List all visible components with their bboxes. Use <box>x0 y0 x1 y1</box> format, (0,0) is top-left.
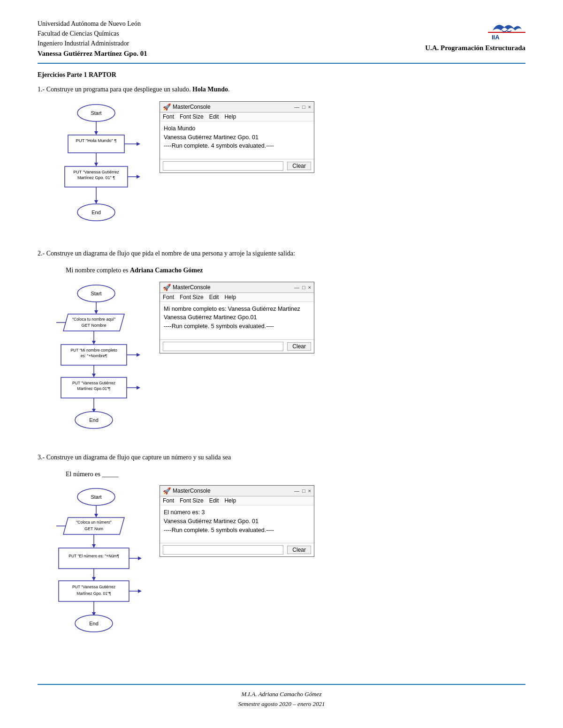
minimize-btn-2[interactable]: — <box>294 285 299 290</box>
minimize-btn[interactable]: — <box>294 104 299 110</box>
console-3-clear-button[interactable]: Clear <box>287 546 311 554</box>
flowchart-2-svg: Start "Coloca tu nombre aquí" GET Nombre <box>47 282 145 436</box>
header-left: Universidad Autónoma de Nuevo León Facul… <box>38 19 147 59</box>
exercise-3-text: 3.- Construye un diagrama de flujo que c… <box>38 452 525 463</box>
exercise-2-diagram: Start "Coloca tu nombre aquí" GET Nombre <box>47 282 525 438</box>
svg-text:GET Num: GET Num <box>84 526 103 531</box>
close-btn-3[interactable]: × <box>308 488 311 494</box>
menu-fontsize[interactable]: Font Size <box>180 113 204 120</box>
header-line3: Ingeniero Industrial Administrador <box>38 38 147 48</box>
logo: IIA <box>488 19 525 42</box>
console-3-menubar: Font Font Size Edit Help <box>160 496 314 505</box>
maximize-btn[interactable]: □ <box>302 104 305 110</box>
svg-marker-32 <box>92 341 96 345</box>
svg-text:End: End <box>91 210 101 215</box>
close-btn[interactable]: × <box>308 104 311 110</box>
menu-font-3[interactable]: Font <box>163 497 174 504</box>
exercise-1-diagram: Start PUT "Hola Mundo" ¶ PUT "Vanessa <box>47 101 525 234</box>
console-3-input[interactable] <box>163 545 283 555</box>
console-3-footer: Clear <box>160 543 314 556</box>
exercise-2-sub: Mi nombre completo es Adriana Camacho Gó… <box>66 265 525 276</box>
flowchart-1: Start PUT "Hola Mundo" ¶ PUT "Vanessa <box>47 101 145 234</box>
exercise-1: 1.- Construye un programa para que despl… <box>38 84 525 234</box>
menu-edit[interactable]: Edit <box>209 113 219 120</box>
header-line1: Universidad Autónoma de Nuevo León <box>38 19 147 29</box>
svg-text:Martínez Gpo.01"¶: Martínez Gpo.01"¶ <box>77 386 111 391</box>
flowchart-3: Start "Coloca un número" GET Num PUT " <box>47 485 145 642</box>
header-right-title: U.A. Programación Estructurada <box>425 44 525 52</box>
menu-help-2[interactable]: Help <box>224 294 236 300</box>
svg-text:PUT "Vanessa Gutiérrez: PUT "Vanessa Gutiérrez <box>72 381 115 385</box>
console-3-line2: Vanessa Gutiérrez Martinez Gpo. 01 <box>164 517 310 526</box>
console-2-body: Mi nombre completo es: Vanessa Gutiérrez… <box>160 302 314 339</box>
svg-rect-2 <box>488 32 525 33</box>
console-2-line1: Mi nombre completo es: Vanessa Gutiérrez… <box>164 305 310 314</box>
exercise-3-prefix: 3.- Construye un diagrama de flujo que c… <box>38 454 231 461</box>
exercise-1-text: 1.- Construye un programa para que despl… <box>38 84 525 95</box>
svg-marker-39 <box>92 374 96 377</box>
console-2-menubar: Font Font Size Edit Help <box>160 293 314 302</box>
console-1-footer: Clear <box>160 159 314 173</box>
menu-fontsize-2[interactable]: Font Size <box>180 294 204 300</box>
console-1-line2: Vanessa Gutiérrez Martinez Gpo. 01 <box>164 133 310 142</box>
svg-text:End: End <box>89 621 99 626</box>
console-2-input[interactable] <box>163 342 283 351</box>
maximize-btn-2[interactable]: □ <box>302 285 305 290</box>
console-3-body: El número es: 3 Vanessa Gutiérrez Martin… <box>160 505 314 543</box>
svg-marker-12 <box>94 163 98 166</box>
raptor-icon: 🚀 <box>163 103 171 111</box>
console-2-title: MasterConsole <box>173 284 294 291</box>
svg-text:Start: Start <box>91 110 101 116</box>
svg-marker-65 <box>92 577 96 581</box>
svg-marker-10 <box>137 142 140 146</box>
menu-edit-2[interactable]: Edit <box>209 294 219 300</box>
flowchart-3-svg: Start "Coloca un número" GET Num PUT " <box>47 485 145 640</box>
svg-marker-19 <box>94 200 98 204</box>
console-1-btns: — □ × <box>294 104 311 110</box>
raptor-icon-2: 🚀 <box>163 284 171 291</box>
svg-text:End: End <box>89 417 99 423</box>
svg-text:PUT "Hola Mundo" ¶: PUT "Hola Mundo" ¶ <box>76 138 116 143</box>
svg-text:PUT "El número es: "+Núm¶: PUT "El número es: "+Núm¶ <box>68 554 119 558</box>
console-1: 🚀 MasterConsole — □ × Font Font Size Edi… <box>160 101 314 173</box>
svg-marker-17 <box>137 175 140 179</box>
console-3-title: MasterConsole <box>173 488 294 494</box>
menu-font[interactable]: Font <box>163 113 174 120</box>
svg-text:IIA: IIA <box>492 34 500 41</box>
console-3: 🚀 MasterConsole — □ × Font Font Size Edi… <box>160 485 314 557</box>
header-right: IIA U.A. Programación Estructurada <box>425 19 525 52</box>
exercise-3-diagram: Start "Coloca un número" GET Num PUT " <box>47 485 525 642</box>
console-3-line3: ----Run complete. 5 symbols evaluated.--… <box>164 526 310 535</box>
maximize-btn-3[interactable]: □ <box>302 488 305 494</box>
footer-divider <box>38 684 525 685</box>
exercise-1-prefix: 1.- Construye un programa para que despl… <box>38 86 192 93</box>
console-3-titlebar: 🚀 MasterConsole — □ × <box>160 486 314 496</box>
svg-text:Martínez Gpo. 01"¶: Martínez Gpo. 01"¶ <box>76 591 111 596</box>
console-1-body: Hola Mundo Vanessa Gutiérrez Martinez Gp… <box>160 121 314 159</box>
console-2-line2: Vanessa Gutiérrez Martinez Gpo.01 <box>164 313 310 322</box>
menu-edit-3[interactable]: Edit <box>209 497 219 504</box>
exercise-2-sub-bold: Adriana Camacho Gómez <box>130 267 203 274</box>
console-1-line1: Hola Mundo <box>164 124 310 133</box>
menu-help-3[interactable]: Help <box>224 497 236 504</box>
svg-marker-25 <box>94 310 98 314</box>
close-btn-2[interactable]: × <box>308 285 311 290</box>
console-3-line1: El número es: 3 <box>164 508 310 517</box>
footer: M.I.A. Adriana Camacho Gómez Semestre ag… <box>38 675 525 709</box>
exercise-3: 3.- Construye un diagrama de flujo que c… <box>38 452 525 642</box>
console-2-line3: ----Run complete. 5 symbols evaluated.--… <box>164 322 310 331</box>
minimize-btn-3[interactable]: — <box>294 488 299 494</box>
console-1-clear-button[interactable]: Clear <box>287 162 311 170</box>
exercise-2-prefix: 2.- Construye un diagrama de flujo que p… <box>38 250 295 257</box>
menu-font-2[interactable]: Font <box>163 294 174 300</box>
svg-marker-37 <box>137 353 140 357</box>
console-2-clear-button[interactable]: Clear <box>287 342 311 351</box>
menu-help[interactable]: Help <box>224 113 236 120</box>
console-1-line3: ----Run complete. 4 symbols evaluated.--… <box>164 142 310 150</box>
footer-line2: Semestre agosto 2020 – enero 2021 <box>38 699 525 709</box>
console-1-input[interactable] <box>163 161 283 171</box>
menu-fontsize-3[interactable]: Font Size <box>180 497 204 504</box>
exercise-1-bold: Hola Mundo <box>192 86 228 93</box>
svg-marker-52 <box>94 514 98 518</box>
console-2-btns: — □ × <box>294 285 311 290</box>
